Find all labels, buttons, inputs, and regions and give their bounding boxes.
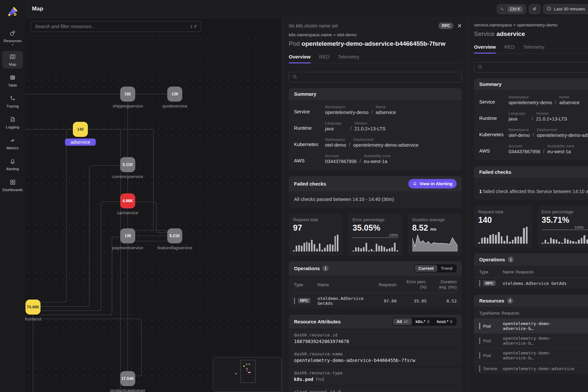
map-toolbar: ⇧ F (25, 18, 282, 36)
map-node-quoteservice[interactable]: 139 (167, 87, 182, 102)
summary-row-kubernetes: Kubernetes Namespaceotel-demo / Deployme… (289, 134, 462, 151)
map-node-cartservice[interactable]: 4.96K (120, 193, 135, 208)
attribute-row[interactable]: dash0.resource.name opentelemetry-demo-a… (289, 349, 462, 367)
resource-row[interactable]: Pod opentelemetry-demo-adservice-b… 97 (474, 318, 588, 333)
service-search-input[interactable] (485, 65, 588, 70)
map-search[interactable]: ⇧ F (31, 21, 201, 32)
sidebar-item-alerting[interactable]: Alerting (2, 155, 23, 173)
view-in-alerting-button[interactable]: View in Alerting (408, 179, 457, 188)
tab-telemetry[interactable]: Telemetry (523, 44, 544, 54)
operations-count: 1 (508, 256, 514, 263)
tab-overview[interactable]: Overview (289, 54, 311, 63)
panel-title: Service adservice (474, 30, 588, 38)
selected-node-pill[interactable]: adservice (65, 139, 96, 146)
shortcut-badge: Ctrl K (508, 6, 522, 12)
map-node-frontend[interactable]: 74.48K (25, 300, 41, 315)
minimap[interactable] (213, 357, 282, 392)
map-search-input[interactable] (35, 24, 190, 29)
command-palette-button[interactable]: Ctrl K (497, 4, 526, 14)
pod-search[interactable] (289, 72, 462, 82)
metric-error-percentage[interactable]: Error percentage 35.05% 100% (348, 213, 402, 255)
sidebar-item-table[interactable]: Table (2, 72, 23, 90)
sidebar-item-resources[interactable]: Resources ▾ (2, 27, 23, 48)
metric-request-total[interactable]: Request total 140 (474, 205, 532, 248)
tab-red[interactable]: RED (319, 54, 330, 63)
node-badge: 5.11K (122, 162, 133, 167)
bell-icon (9, 158, 16, 166)
operation-row[interactable]: RPC oteldemo.AdService GetAds 97.00 35.0… (294, 293, 457, 309)
sidebar-item-tracing[interactable]: Tracing (2, 93, 23, 110)
node-badge: 192 (124, 92, 131, 96)
page-title: Map (32, 6, 43, 12)
search-icon (478, 64, 482, 71)
axis-max-label: 100% (542, 225, 588, 230)
operations-card: Operations 1 Current Trend Type Name Req… (289, 261, 462, 309)
error-percentage-bars (352, 238, 398, 252)
map-node-adservice[interactable]: 140 (73, 122, 88, 137)
summary-row-aws: AWS Account034437667956 / Availability z… (289, 151, 462, 167)
failed-checks-title: Failed checks (294, 181, 326, 187)
time-range-button[interactable]: Last 30 minutes ▾ (543, 4, 588, 14)
sidebar-item-map[interactable]: Map (2, 51, 23, 69)
minimap-viewport[interactable] (240, 360, 255, 383)
dash0-logo[interactable] (6, 5, 20, 19)
operation-row[interactable]: RPC oteldemo.AdService GetAds 140 (474, 277, 588, 289)
clock-icon (547, 6, 551, 12)
attribute-row[interactable]: dash0.resource.id 16879839242863974678 (289, 330, 462, 348)
cluster-warning: No k8s.cluster.name set (289, 23, 338, 28)
summary-header: Summary (474, 78, 588, 90)
toggle-current[interactable]: Current (415, 265, 437, 272)
external-link-icon[interactable] (337, 390, 341, 392)
node-label: paymentservice (110, 245, 146, 250)
filter-host[interactable]: host.*6 (433, 318, 456, 325)
attribute-row[interactable]: cloud.account.id 034437667956 (289, 386, 462, 392)
node-label: frontend (25, 317, 51, 321)
close-icon[interactable]: ✕ (457, 23, 462, 29)
resource-row[interactable]: Service opentelemetry-demo:adservice (474, 363, 588, 374)
map-canvas[interactable] (25, 36, 282, 392)
terminal-icon (500, 6, 505, 12)
map-node-paymentservice[interactable]: 139 (120, 228, 135, 243)
tab-telemetry[interactable]: Telemetry (338, 54, 359, 63)
map-node-shippingservice[interactable]: 192 (120, 87, 135, 102)
service-search[interactable] (474, 62, 588, 73)
error-percentage-bars (542, 230, 588, 244)
sidebar-item-metrics[interactable]: Metrics (2, 135, 23, 152)
resources-icon (9, 30, 16, 38)
type-badge: RPC (438, 23, 453, 29)
sidebar-item-dashboards[interactable]: Dashboards (2, 176, 23, 194)
map-node-productcatalogservice[interactable]: 17.54K (120, 371, 135, 386)
operations-count: 1 (322, 265, 329, 271)
tab-red[interactable]: RED (504, 44, 515, 54)
summary-card: Summary Service Namespaceopentelemetry-d… (289, 88, 462, 170)
map-edges (25, 36, 282, 392)
metric-error-percentage[interactable]: Error percentage 35.71% 100% (537, 205, 588, 248)
operations-title: Operations (479, 257, 505, 262)
pod-search-input[interactable] (300, 74, 458, 80)
filter-all[interactable]: All40 (393, 318, 412, 325)
summary-card: Summary Service Namespaceopentelemetry-d… (474, 78, 588, 160)
pod-metrics: Request total 97 Error percentage 35.05%… (289, 213, 462, 255)
telescope-button[interactable] (529, 4, 540, 14)
tab-overview[interactable]: Overview (474, 44, 496, 54)
metric-request-total[interactable]: Request total 97 (289, 213, 343, 255)
resource-row[interactable]: Pod opentelemetry-demo-adservice-b… 43 (474, 333, 588, 348)
node-label: shippingservice (110, 104, 146, 108)
map-node-featureflagservice[interactable]: 6.21K (167, 228, 182, 243)
sidebar-item-logging[interactable]: Logging (2, 114, 23, 131)
node-label: currencyservice (110, 174, 146, 179)
duration-area-chart (412, 233, 458, 252)
node-badge: 140 (77, 127, 84, 132)
node-label: cartservice (110, 210, 146, 215)
map-node-currencyservice[interactable]: 5.11K (120, 157, 135, 172)
attribute-row[interactable]: dash0.resource.type k8s.podPod (289, 368, 462, 385)
operations-title: Operations (294, 266, 320, 271)
table-icon (9, 74, 16, 82)
service-metrics: Request total 140 Error percentage 35.71… (474, 205, 588, 248)
metric-duration-average[interactable]: Duration average 8.52 ms (408, 213, 462, 255)
search-shortcut-hint: ⇧ F (190, 24, 197, 29)
toggle-trend[interactable]: Trend (437, 265, 456, 272)
resource-row[interactable]: Pod opentelemetry-demo-adservice-b… (474, 348, 588, 363)
filter-k8s[interactable]: k8s.*8 (412, 318, 433, 325)
minimap-dot-red (246, 370, 248, 371)
